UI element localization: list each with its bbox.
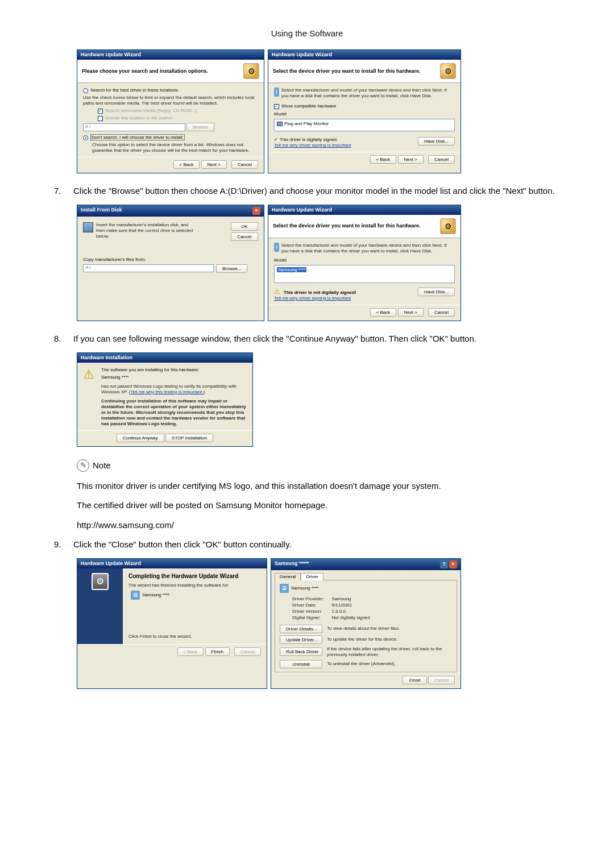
version-label: Driver Version: [292, 609, 324, 614]
next-button[interactable]: Next > [398, 155, 424, 164]
dialog-title: Hardware Update Wizard [77, 559, 267, 568]
option2-description: Choose this option to select the device … [92, 142, 258, 153]
location-path-input[interactable]: A:\ [83, 123, 185, 131]
search-best-driver-radio[interactable] [83, 88, 88, 93]
device-icon: 🖥 [280, 584, 289, 593]
browse-button[interactable]: Browse [186, 123, 214, 131]
screenshot-row-2: Install From Disk× Insert the manufactur… [54, 205, 560, 321]
step-number: 7. [54, 185, 73, 198]
warning-icon: ⚠ [83, 367, 98, 382]
floppy-icon [83, 222, 93, 232]
version-value: 1.0.0.0 [325, 609, 370, 614]
note-url: http://www.samsung.com/ [77, 519, 560, 532]
model-label: Model [274, 258, 455, 263]
step-text: Click the "Browse" button then choose A:… [73, 185, 555, 198]
close-icon[interactable]: × [252, 207, 260, 215]
checkbox-label: Include this location in the search: [105, 115, 174, 121]
dialog-heading: Select the device driver you want to ins… [273, 223, 421, 229]
dialog-heading: Please choose your search and installati… [82, 68, 208, 74]
checkbox-label: Show compatible hardware [281, 103, 337, 109]
signer-value: Not digitally signed [325, 615, 370, 621]
info-icon: i [274, 243, 279, 252]
back-button[interactable]: < Back [370, 155, 397, 164]
step-text: If you can see following message window,… [73, 333, 476, 346]
wizard-sidebar: ⚙ [77, 568, 123, 644]
driver-signing-link[interactable]: Tell me why driver signing is important [274, 143, 351, 148]
driver-signing-link[interactable]: Tell me why driver signing is important [274, 296, 356, 301]
dialog-title: Hardware Update Wizard [268, 205, 460, 215]
step-7: 7. Click the "Browse" button then choose… [54, 185, 560, 198]
ok-button[interactable]: OK [231, 222, 258, 231]
finish-button[interactable]: Finish [205, 647, 230, 656]
copy-from-input[interactable]: A:\ [83, 264, 214, 272]
warning-bold: Continuing your installation of this sof… [101, 398, 246, 426]
date-value: 9/11/2001 [325, 603, 370, 608]
hardware-update-wizard-select-driver: Hardware Update Wizard Select the device… [268, 49, 461, 173]
rollback-driver-button[interactable]: Roll Back Driver [280, 647, 322, 656]
close-button[interactable]: Close [403, 676, 426, 684]
radio-label: Don't search. I will choose the driver t… [90, 134, 185, 140]
continue-anyway-button[interactable]: Continue Anyway [117, 434, 164, 442]
model-list[interactable]: Samsung **** [274, 265, 455, 283]
dialog-title: Hardware Installation [77, 353, 252, 363]
tab-general[interactable]: General [275, 573, 301, 580]
signed-icon: ✔ [274, 137, 278, 142]
include-location-checkbox[interactable] [98, 116, 103, 121]
page-title: Using the Software [0, 28, 614, 38]
model-list[interactable]: Plug and Play Monitor [274, 119, 455, 131]
next-button[interactable]: Next > [398, 308, 424, 317]
update-driver-desc: To update the driver for this device. [327, 637, 398, 642]
testing-important-link[interactable]: Tell me why this testing is important. [130, 389, 203, 394]
instruction-text: Select the manufacturer and model of you… [281, 243, 455, 254]
update-driver-button[interactable]: Update Driver... [280, 636, 322, 644]
stop-installation-button[interactable]: STOP Installation [165, 434, 213, 442]
search-removable-media-checkbox[interactable] [98, 109, 103, 114]
info-icon: i [274, 88, 279, 97]
checkbox-label: Search removable media (floppy, CD-ROM..… [105, 108, 197, 113]
driver-details-button[interactable]: Driver Details... [280, 625, 322, 633]
dialog-title: Samsung *****×? [271, 559, 460, 570]
have-disk-button[interactable]: Have Disk... [418, 288, 455, 296]
hardware-update-wizard-select-driver-samsung: Hardware Update Wizard Select the device… [268, 205, 461, 321]
chip-icon: ⚙ [92, 573, 109, 590]
close-icon[interactable]: × [449, 560, 457, 568]
rollback-driver-desc: If the device fails after updating the d… [327, 646, 452, 658]
provider-value: Samsung [325, 596, 370, 602]
hardware-installation-warning-dialog: Hardware Installation ⚠ The software you… [77, 352, 253, 447]
help-icon[interactable]: ? [440, 560, 448, 568]
install-from-disk-dialog: Install From Disk× Insert the manufactur… [77, 205, 264, 321]
screenshot-row-4: Hardware Update Wizard ⚙ Completing the … [54, 558, 560, 689]
dont-search-radio[interactable] [83, 135, 88, 140]
next-button[interactable]: Next > [201, 160, 227, 169]
cancel-button[interactable]: Cancel [428, 155, 455, 164]
tab-driver[interactable]: Driver [301, 573, 323, 580]
unsigned-text: This driver is not digitally signed! [284, 290, 356, 295]
model-item[interactable]: Plug and Play Monitor [284, 121, 329, 126]
step-9: 9. Click the "Close" button then click "… [54, 538, 560, 551]
provider-label: Driver Provider: [292, 596, 324, 602]
device-icon: 🖥 [131, 591, 140, 600]
have-disk-button[interactable]: Have Disk... [418, 137, 455, 146]
browse-button[interactable]: Browse... [216, 264, 247, 273]
step-number: 9. [54, 538, 73, 551]
dialog-title: Install From Disk× [77, 205, 264, 217]
warning-icon: ⚠ [274, 288, 282, 296]
screenshot-row-1: Hardware Update Wizard Please choose you… [54, 49, 560, 173]
option1-description: Use the check boxes below to limit or ex… [83, 95, 258, 106]
cancel-button[interactable]: Cancel [428, 308, 455, 317]
uninstall-button[interactable]: Uninstall [280, 660, 322, 668]
back-button[interactable]: < Back [370, 308, 397, 317]
driver-details-desc: To view details about the driver files. [327, 626, 400, 632]
screenshot-row-3: Hardware Installation ⚠ The software you… [54, 352, 560, 447]
step-number: 8. [54, 333, 73, 346]
uninstall-desc: To uninstall the driver (Advanced). [327, 661, 396, 667]
back-button[interactable]: < Back [173, 160, 200, 169]
warning-line1: The software you are installing for this… [101, 367, 247, 373]
cancel-button[interactable]: Cancel [231, 160, 258, 169]
show-compatible-checkbox[interactable] [274, 104, 279, 109]
hardware-update-wizard-complete: Hardware Update Wizard ⚙ Completing the … [77, 558, 267, 689]
model-item[interactable]: Samsung **** [277, 267, 306, 272]
device-name: Samsung **** [291, 585, 318, 591]
cancel-button[interactable]: Cancel [231, 232, 258, 241]
note-icon: ✎ [77, 459, 89, 472]
